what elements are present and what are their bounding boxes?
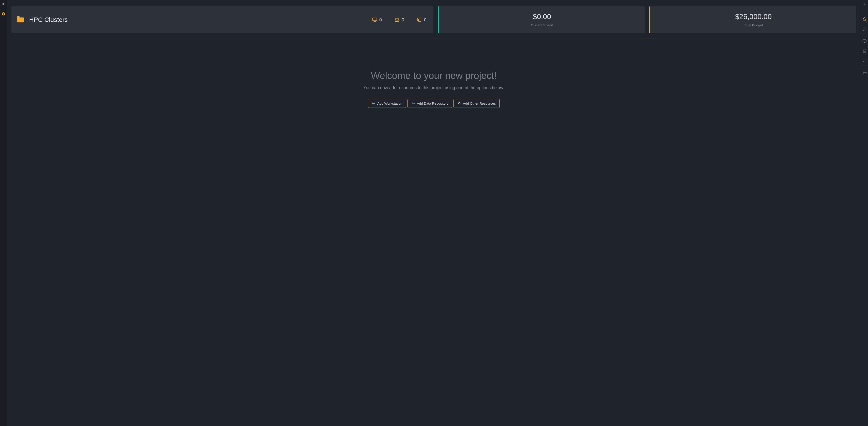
repositories-nav[interactable] xyxy=(861,46,868,56)
repository-count-value: 0 xyxy=(402,17,404,23)
workstations-nav[interactable] xyxy=(861,36,868,46)
current-spend-amount: $0.00 xyxy=(533,12,551,21)
folder-icon xyxy=(16,15,26,25)
project-title: HPC Clusters xyxy=(29,16,68,24)
workstation-count-value: 0 xyxy=(379,17,382,23)
folder-open-icon xyxy=(861,71,868,75)
copy-icon xyxy=(457,101,461,105)
current-spend-card: $0.00 Current Spend xyxy=(438,6,645,33)
collapse-sidebar-button[interactable]: « xyxy=(861,0,868,7)
budget-accent-bar xyxy=(649,6,650,33)
welcome-section: Welcome to your new project! You can now… xyxy=(11,70,856,108)
right-sidebar: « xyxy=(861,0,868,426)
repository-count: 0 xyxy=(394,17,404,23)
refresh-icon xyxy=(861,17,868,21)
total-budget-label: Total Budget xyxy=(744,23,763,27)
add-data-repository-button[interactable]: Add Data Repository xyxy=(407,99,452,108)
current-spend-label: Current Spend xyxy=(531,23,553,27)
other-count: 0 xyxy=(416,17,426,23)
welcome-subheading: You can now add resources to this projec… xyxy=(11,85,856,90)
monitor-icon xyxy=(372,101,375,105)
total-budget-amount: $25,000.00 xyxy=(735,12,772,21)
add-other-resources-label: Add Other Resources xyxy=(463,101,496,105)
monitor-icon xyxy=(372,17,377,22)
welcome-heading: Welcome to your new project! xyxy=(11,70,856,81)
drive-icon xyxy=(411,101,415,105)
edit-button[interactable] xyxy=(861,24,868,34)
total-budget-card: $25,000.00 Total Budget xyxy=(649,6,856,33)
monitor-icon xyxy=(861,39,868,43)
left-sidebar: » xyxy=(0,0,7,426)
other-count-value: 0 xyxy=(424,17,426,23)
add-data-repository-label: Add Data Repository xyxy=(417,101,448,105)
plus-circle-icon xyxy=(1,12,5,17)
chevrons-right-icon: » xyxy=(2,2,4,5)
main-content: HPC Clusters 0 0 0 xyxy=(7,0,861,426)
project-card: HPC Clusters 0 0 0 xyxy=(11,6,433,33)
copy-icon xyxy=(416,17,422,22)
drive-icon xyxy=(394,17,400,22)
summary-cards-row: HPC Clusters 0 0 0 xyxy=(11,6,856,38)
refresh-button[interactable] xyxy=(861,14,868,24)
workstation-count: 0 xyxy=(372,17,382,23)
pencil-icon xyxy=(861,27,868,31)
copy-icon xyxy=(861,59,868,63)
add-workstation-button[interactable]: Add Workstation xyxy=(368,99,406,108)
drive-icon xyxy=(861,49,868,53)
add-workstation-label: Add Workstation xyxy=(377,101,402,105)
other-resources-nav[interactable] xyxy=(861,56,868,66)
files-nav[interactable] xyxy=(861,68,868,78)
expand-sidebar-button[interactable]: » xyxy=(2,0,4,7)
add-new-button[interactable] xyxy=(0,7,7,21)
chevrons-left-icon: « xyxy=(864,2,866,5)
add-other-resources-button[interactable]: Add Other Resources xyxy=(454,99,499,108)
spend-accent-bar xyxy=(438,6,439,33)
